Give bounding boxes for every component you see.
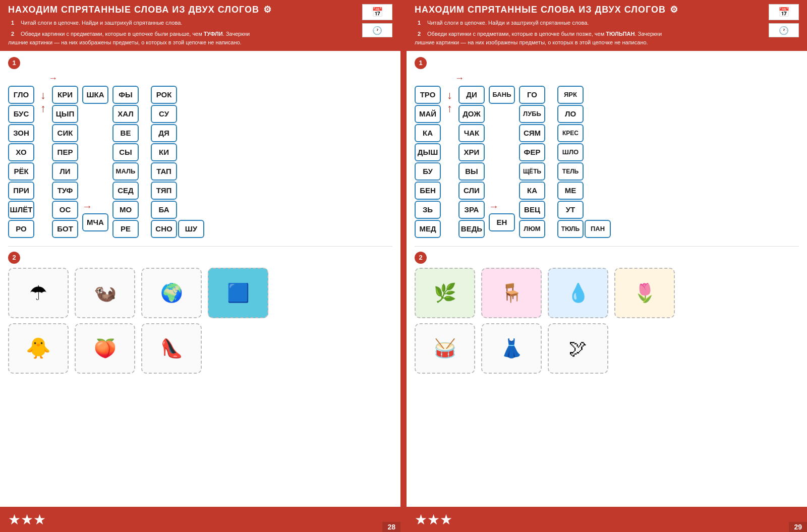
cell: КА xyxy=(415,124,441,142)
cell: ГЛО xyxy=(8,86,34,104)
cell: МАЙ xyxy=(415,105,441,123)
right-header-right: 📅 🕐 xyxy=(759,4,799,37)
cell: МЕ xyxy=(557,182,584,200)
cell: ПРИ xyxy=(8,182,34,200)
cell-empty xyxy=(489,143,515,161)
right-arrow-icon: → xyxy=(82,201,92,212)
cell: КА xyxy=(519,182,545,200)
arrow-right-row: → xyxy=(82,201,108,212)
cell: ХРИ xyxy=(458,143,485,161)
cell-empty xyxy=(82,143,108,161)
ex1-badge: 1 xyxy=(8,57,20,69)
star-3: ★ xyxy=(33,511,46,528)
gear-icon-right: ⚙ xyxy=(670,4,678,15)
cell: ВЫ xyxy=(458,162,485,181)
cell: ГО xyxy=(519,86,545,104)
sno-shu-row: СНО ШУ xyxy=(151,220,204,238)
cell: ХАЛ xyxy=(112,105,139,123)
cell: БА xyxy=(151,201,177,219)
r-up-arrow: ↑ xyxy=(447,102,452,115)
right-title-area: НАХОДИМ СПРЯТАННЫЕ СЛОВА ИЗ ДВУХ СЛОГОВ … xyxy=(415,4,759,47)
right-instr-1: 1 Читай слоги в цепочке. Найди и заштрих… xyxy=(415,18,667,27)
cell: ТЯП xyxy=(151,182,177,200)
right-exercise-1: 1 → ТРО МАЙ КА ДЫШ БУ БЕН ЗЬ МЕД xyxy=(415,57,799,238)
cell: МЕД xyxy=(415,220,441,238)
cell: ТАП xyxy=(151,162,177,181)
ex2-badge: 2 xyxy=(8,252,20,264)
cell: ЯРК xyxy=(557,86,584,104)
left-grid-layout: ГЛО БУС ЗОН ХО РЁК ПРИ ШЛЁТ РО ↓ ↑ xyxy=(8,86,392,238)
cell: ТУФ xyxy=(52,182,78,200)
cell: РОК xyxy=(151,86,177,104)
image-otter: 🦦 xyxy=(75,268,135,318)
right-header: НАХОДИМ СПРЯТАННЫЕ СЛОВА ИЗ ДВУХ СЛОГОВ … xyxy=(407,0,807,51)
image-chair: 🪑 xyxy=(481,268,542,318)
grid-col-1: ГЛО БУС ЗОН ХО РЁК ПРИ ШЛЁТ РО xyxy=(8,86,34,238)
ex1-badge-r: 1 xyxy=(415,57,427,69)
left-header-right: 📅 🕐 xyxy=(352,4,392,37)
cell: СЛИ xyxy=(458,182,485,200)
cell: ПАН xyxy=(585,220,611,238)
cell: РЁК xyxy=(8,162,34,181)
ex2-badge-r: 2 xyxy=(415,252,427,264)
cell: ЩЁТЬ xyxy=(519,162,545,181)
right-grid-layout: ТРО МАЙ КА ДЫШ БУ БЕН ЗЬ МЕД ↓ ↑ xyxy=(415,86,799,238)
cell-empty xyxy=(489,105,515,123)
cell: ЗРА xyxy=(458,201,485,219)
right-images-row2: 🥁 👗 🕊 xyxy=(415,323,799,374)
right-ex2-label: 2 xyxy=(415,252,799,264)
left-exercise-2: 2 ☂ 🦦 🌍 🟦 🐥 🍑 👠 xyxy=(8,246,392,374)
image-drum: 🥁 xyxy=(415,323,475,374)
right-page: НАХОДИМ СПРЯТАННЫЕ СЛОВА ИЗ ДВУХ СЛОГОВ … xyxy=(407,0,807,532)
right-images-row1: 🌿 🪑 💧 🌷 xyxy=(415,268,799,318)
cell-empty xyxy=(82,105,108,123)
arrow-col-1: ↓ ↑ xyxy=(38,86,48,118)
left-images-row2: 🐥 🍑 👠 xyxy=(8,323,392,374)
cell: ШЛО xyxy=(557,143,584,161)
left-images-row1: ☂ 🦦 🌍 🟦 xyxy=(8,268,392,318)
left-instr-1: 1 Читай слоги в цепочке. Найди и заштрих… xyxy=(8,18,260,27)
cell-empty xyxy=(489,182,515,200)
cell: ДЫШ xyxy=(415,143,441,161)
cell: БОТ xyxy=(52,220,78,238)
cell: РО xyxy=(8,220,34,238)
cell: ЛЮМ xyxy=(519,220,545,238)
cell-empty xyxy=(82,162,108,181)
cell: ТЮЛЬ xyxy=(557,220,584,238)
cell: ФЫ xyxy=(112,86,139,104)
cell: МАЛЬ xyxy=(112,162,139,181)
cell-empty xyxy=(82,124,108,142)
image-dress: 👗 xyxy=(481,323,542,374)
left-instructions: 1 Читай слоги в цепочке. Найди и заштрих… xyxy=(8,18,260,47)
image-blue: 🟦 xyxy=(208,268,268,318)
clock-icon-right: 🕐 xyxy=(769,23,799,37)
left-ex2-label: 2 xyxy=(8,252,392,264)
cell: ШЛЁТ xyxy=(8,201,34,219)
cell: БЕН xyxy=(415,182,441,200)
cell: ЛО xyxy=(557,105,584,123)
cell: ДИ xyxy=(458,86,485,104)
row-os-mcha: ОС xyxy=(52,201,78,219)
image-leaf: 🌿 xyxy=(415,268,475,318)
r-arrow-right-row: → xyxy=(489,201,515,212)
left-bottom: ★ ★ ★ 28 xyxy=(0,507,400,532)
left-instr-2: 2 Обведи картинки с предметами, которые … xyxy=(8,29,260,47)
tyul-pan-row: ТЮЛЬ ПАН xyxy=(557,220,611,238)
top-arrow-right: → xyxy=(455,73,799,84)
cell: ШКА xyxy=(82,86,108,104)
cell: КРИ xyxy=(52,86,78,104)
page-number-right: 29 xyxy=(789,522,807,532)
image-umbrella: ☂ xyxy=(8,268,69,318)
cell: ОС xyxy=(52,201,78,219)
cell: ЧАК xyxy=(458,124,485,142)
r-grid-col-3: БАНЬ → ЕН xyxy=(489,86,515,231)
cell: КИ xyxy=(151,143,177,161)
instr-num-1: 1 xyxy=(8,18,17,27)
cell: ЦЫП xyxy=(52,105,78,123)
r-grid-col-1: ТРО МАЙ КА ДЫШ БУ БЕН ЗЬ МЕД xyxy=(415,86,441,238)
clock-icon: 🕐 xyxy=(362,23,392,37)
right-instr-2: 2 Обведи картинки с предметами, которые … xyxy=(415,29,667,47)
image-chick: 🐥 xyxy=(8,323,69,374)
cell: КРЕС xyxy=(557,124,584,142)
cell: ЗЬ xyxy=(415,201,441,219)
